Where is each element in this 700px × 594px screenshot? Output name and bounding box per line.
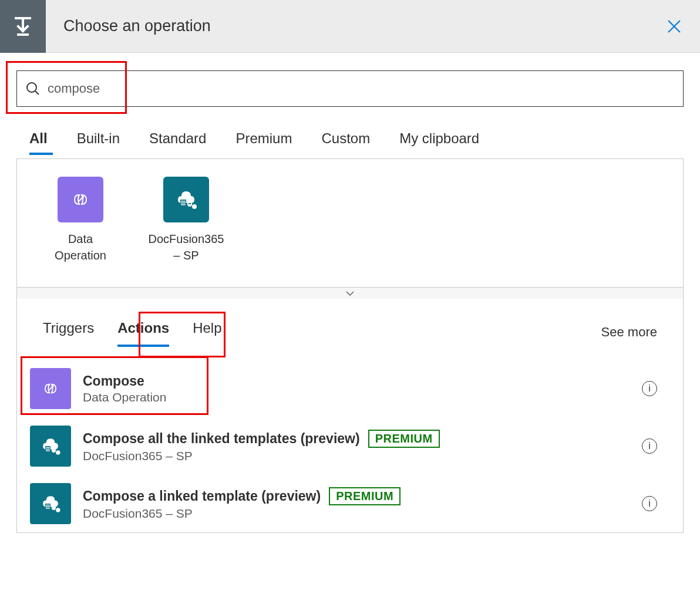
operation-icon: [0, 0, 46, 53]
sub-tabs: Triggers Actions Help: [43, 320, 222, 345]
action-compose[interactable]: Compose Data Operation i: [17, 360, 683, 417]
data-operation-icon: [58, 177, 103, 222]
svg-rect-21: [46, 508, 50, 508]
svg-point-16: [52, 448, 56, 453]
action-subtitle: Data Operation: [83, 390, 642, 404]
info-button[interactable]: i: [642, 496, 657, 511]
tab-all[interactable]: All: [29, 130, 48, 154]
svg-point-10: [192, 204, 197, 209]
premium-badge: PREMIUM: [329, 487, 401, 505]
svg-rect-5: [181, 201, 186, 202]
svg-rect-15: [46, 450, 50, 451]
svg-rect-0: [15, 17, 31, 19]
connector-docfusion365-sp[interactable]: DocFusion365 – SP: [151, 177, 221, 264]
info-icon: i: [648, 383, 651, 394]
docfusion-icon: [30, 483, 71, 524]
subtab-triggers[interactable]: Triggers: [43, 320, 94, 345]
svg-point-11: [52, 386, 54, 388]
svg-rect-20: [46, 507, 50, 507]
svg-point-17: [56, 450, 60, 454]
collapse-toggle[interactable]: [17, 287, 683, 299]
action-title: Compose all the linked templates (previe…: [83, 431, 360, 447]
category-tabs: All Built-in Standard Premium Custom My …: [16, 130, 684, 154]
svg-rect-7: [181, 204, 186, 205]
info-button[interactable]: i: [642, 438, 657, 454]
chevron-down-icon: [345, 291, 355, 296]
action-compose-all-linked-templates[interactable]: Compose all the linked templates (previe…: [17, 417, 683, 475]
connectors-panel: Data Operation DocFusion365 – SP: [16, 158, 684, 533]
search-input[interactable]: [48, 81, 675, 96]
svg-rect-19: [46, 505, 50, 505]
svg-point-3: [82, 196, 84, 198]
docfusion-icon: [30, 426, 71, 467]
svg-rect-14: [46, 449, 50, 450]
svg-rect-9: [189, 203, 191, 204]
action-subtitle: DocFusion365 – SP: [83, 449, 642, 463]
info-button[interactable]: i: [642, 381, 657, 396]
search-icon: [25, 81, 41, 96]
close-icon: [666, 18, 682, 35]
premium-badge: PREMIUM: [368, 430, 440, 448]
svg-point-23: [56, 508, 60, 512]
close-button[interactable]: [665, 17, 684, 36]
tab-standard[interactable]: Standard: [149, 130, 206, 154]
docfusion-icon: [163, 177, 209, 222]
search-box: [16, 70, 684, 107]
tab-premium[interactable]: Premium: [235, 130, 292, 154]
action-compose-linked-template[interactable]: Compose a linked template (preview) PREM…: [17, 475, 683, 532]
tab-my-clipboard[interactable]: My clipboard: [399, 130, 479, 154]
svg-rect-1: [17, 33, 29, 36]
action-subtitle: DocFusion365 – SP: [83, 507, 642, 521]
connector-data-operation[interactable]: Data Operation: [45, 177, 116, 264]
dialog-title: Choose an operation: [63, 17, 211, 35]
see-more-link[interactable]: See more: [601, 325, 657, 340]
svg-rect-13: [46, 447, 50, 448]
subtab-help[interactable]: Help: [193, 320, 221, 345]
info-icon: i: [648, 498, 651, 509]
connector-label: DocFusion365 – SP: [149, 231, 224, 264]
action-title: Compose: [83, 373, 144, 389]
svg-rect-6: [181, 203, 186, 204]
svg-point-22: [52, 506, 56, 510]
svg-point-2: [27, 83, 36, 92]
action-title: Compose a linked template (preview): [83, 488, 321, 504]
data-operation-icon: [30, 368, 71, 409]
tab-built-in[interactable]: Built-in: [77, 130, 120, 154]
info-icon: i: [648, 441, 651, 451]
connector-label: Data Operation: [45, 231, 116, 264]
tab-custom[interactable]: Custom: [321, 130, 370, 154]
action-list: Compose Data Operation i: [17, 360, 683, 532]
subtab-actions[interactable]: Actions: [117, 320, 169, 345]
dialog-header: Choose an operation: [0, 0, 700, 53]
